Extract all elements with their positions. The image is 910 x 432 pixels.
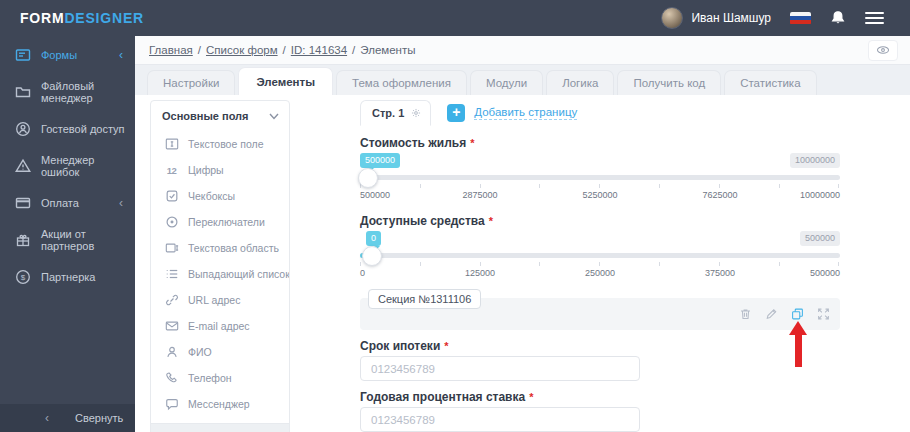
link-icon [164,293,179,308]
palette-item-textarea[interactable]: Текстовая область [151,235,289,261]
edit-icon[interactable] [765,308,778,321]
avatar [661,7,683,29]
form-preview: Стр. 1 + Добавить страницу Стоимость жил… [360,100,840,432]
slider-max-badge: 10000000 [790,153,840,168]
palette-item-messenger[interactable]: Мессенджер [151,391,289,417]
bell-icon[interactable] [830,10,846,26]
required-mark: * [444,340,448,352]
palette-item-label: ФИО [188,346,212,358]
sidebar-item-partner-promos[interactable]: Акции от партнеров [0,221,135,258]
breadcrumb-forms-list-link[interactable]: Список форм [206,44,278,56]
header-right: Иван Шамшур [661,7,884,29]
radio-icon [164,215,179,230]
form-tabs: Настройки Элементы Тема оформления Модул… [135,65,910,95]
user-menu[interactable]: Иван Шамшур [661,7,771,29]
palette-item-url[interactable]: URL адрес [151,287,289,313]
page-tab-1[interactable]: Стр. 1 [360,100,431,126]
palette-item-label: E-mail адрес [188,320,250,332]
textarea-icon [164,241,179,256]
chat-icon [164,397,179,412]
fields-group-title: Основные поля [162,110,249,122]
palette-item-label: Мессенджер [188,398,250,410]
delete-icon[interactable] [739,308,752,321]
gift-icon [15,232,31,248]
palette-item-label: Чекбоксы [188,190,235,202]
palette-item-checkboxes[interactable]: Чекбоксы [151,183,289,209]
sidebar-item-error-manager[interactable]: Менеджер ошибок [0,147,135,184]
russian-flag-icon[interactable] [790,12,811,25]
sidebar-item-guest-access[interactable]: Гостевой доступ [0,110,135,147]
numbers-icon: 12 [164,163,179,178]
copy-icon[interactable] [791,308,804,321]
phone-icon [164,371,179,386]
palette-item-radios[interactable]: Переключатели [151,209,289,235]
palette-item-label: Переключатели [188,216,265,228]
guest-access-icon [15,121,31,137]
collapse-label: Свернуть [75,412,123,424]
annual-rate-input[interactable] [360,407,640,432]
tab-theme[interactable]: Тема оформления [336,70,467,95]
sidebar-item-label: Оплата [41,197,79,209]
breadcrumb-separator: / [283,44,286,56]
palette-item-label: Выпадающий список [188,268,290,280]
user-name: Иван Шамшур [691,11,771,25]
tab-elements[interactable]: Элементы [238,67,333,95]
field-label-available-funds: Доступные средства* [360,214,840,228]
sidebar-item-file-manager[interactable]: Файловый менеджер [0,73,135,110]
tab-logic[interactable]: Логика [546,70,614,95]
add-page-button[interactable]: + Добавить страницу [447,104,577,122]
sidebar-item-label: Менеджер ошибок [41,154,135,178]
tab-statistics[interactable]: Статистика [724,70,816,95]
required-mark: * [489,215,493,227]
slider-handle[interactable] [362,246,382,266]
required-mark: * [470,137,474,149]
palette-item-fio[interactable]: ФИО [151,339,289,365]
slider-badges: 0 500000 [360,231,840,246]
palette-item-phone[interactable]: Телефон [151,365,289,391]
payment-icon [15,195,31,211]
palette-item-dropdown[interactable]: Выпадающий список [151,261,289,287]
email-icon [164,319,179,334]
page-tabs: Стр. 1 + Добавить страницу [360,100,840,126]
slider-value-badge: 0 [366,231,381,246]
fields-group-header[interactable]: Основные поля [151,101,289,131]
breadcrumb-home-link[interactable]: Главная [149,44,193,56]
section-bar[interactable]: Секция №1311106 [360,298,840,330]
formdesigner-app: FORMDESIGNER Иван Шамшур Формы ‹ Файловы… [0,0,910,432]
field-label-mortgage-term: Срок ипотеки* [360,339,840,353]
breadcrumb-separator: / [198,44,201,56]
sidebar-item-payment[interactable]: Оплата ‹ [0,184,135,221]
preview-eye-button[interactable] [868,40,898,61]
checkbox-icon [164,189,179,204]
palette-item-email[interactable]: E-mail адрес [151,313,289,339]
chevron-down-icon [269,110,279,122]
sidebar-item-forms[interactable]: Формы ‹ [0,36,135,73]
sidebar-item-affiliate[interactable]: $ Партнерка [0,258,135,295]
main-area: Главная / Список форм / ID: 141634 / Эле… [135,36,910,432]
slider-track-available-funds[interactable] [360,253,840,258]
expand-icon[interactable] [817,308,830,321]
next-group-strip[interactable] [151,423,289,432]
mortgage-term-input[interactable] [360,356,640,381]
slider-ticks [360,262,840,266]
field-label-annual-rate: Годовая процентная ставка* [360,390,840,404]
palette-item-numbers[interactable]: 12 Цифры [151,157,289,183]
slider-value-badge: 500000 [360,153,400,168]
menu-icon[interactable] [865,9,884,27]
app-logo: FORMDESIGNER [20,10,144,26]
tab-get-code[interactable]: Получить код [617,70,721,95]
palette-item-label: Цифры [188,164,224,176]
sidebar-item-label: Файловый менеджер [41,80,135,104]
annotation-arrow [789,321,807,367]
sidebar-collapse-button[interactable]: ‹ Свернуть [0,404,135,432]
tab-modules[interactable]: Модули [470,70,543,95]
dropdown-list-icon [164,267,179,282]
slider-track-property-cost[interactable] [360,175,840,180]
tab-settings[interactable]: Настройки [147,70,235,95]
breadcrumb: Главная / Список форм / ID: 141634 / Эле… [135,36,910,65]
palette-item-text-field[interactable]: Текстовое поле [151,131,289,157]
palette-item-label: URL адрес [188,294,240,306]
page-settings-icon[interactable] [411,108,421,118]
slider-handle[interactable] [358,168,378,188]
breadcrumb-form-id-link[interactable]: ID: 141634 [291,44,347,56]
